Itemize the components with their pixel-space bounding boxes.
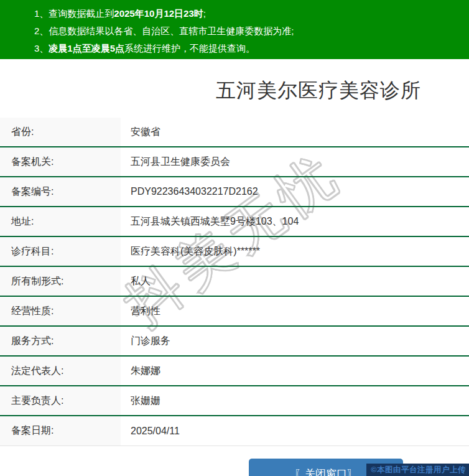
field-value: 营利性 [121, 297, 469, 325]
table-row: 备案机关:五河县卫生健康委员会 [0, 147, 469, 177]
field-value: 张姗姗 [121, 386, 469, 415]
field-label: 主要负责人: [0, 386, 121, 415]
field-label: 备案日期: [0, 416, 121, 446]
table-row: 省份:安徽省 [0, 118, 469, 147]
field-label: 服务方式: [0, 327, 121, 355]
field-value: 门诊服务 [121, 327, 469, 355]
field-value: 朱娜娜 [121, 357, 469, 385]
notice-banner: 1、查询数据截止到2025年10月12日23时; 2、信息数据结果以各省、自治区… [0, 0, 469, 59]
field-label: 地址: [0, 207, 121, 236]
record-detail-page: 1、查询数据截止到2025年10月12日23时; 2、信息数据结果以各省、自治区… [0, 0, 469, 476]
field-value: 医疗美容科(美容皮肤科)****** [121, 237, 469, 266]
table-row: 诊疗科目:医疗美容科(美容皮肤科)****** [0, 237, 469, 267]
field-label: 所有制形式: [0, 267, 121, 296]
field-label: 省份: [0, 118, 121, 146]
field-value: PDY92236434032217D2162 [121, 177, 469, 206]
notice-line-2: 2、信息数据结果以各省、自治区、直辖市卫生健康委数据为准; [34, 22, 463, 40]
table-row: 备案日期:2025/04/11 [0, 416, 469, 446]
field-value: 五河县卫生健康委员会 [121, 147, 469, 176]
page-title: 五河美尔医疗美容诊所 [216, 77, 421, 105]
field-value: 五河县城关镇西城美墅9号楼103、104 [121, 207, 469, 236]
notice-line-1: 1、查询数据截止到2025年10月12日23时; [34, 5, 463, 22]
field-label: 备案编号: [0, 177, 121, 206]
field-value: 私人 [121, 267, 469, 296]
field-label: 诊疗科目: [0, 237, 121, 266]
field-label: 经营性质: [0, 297, 121, 325]
table-row: 服务方式:门诊服务 [0, 327, 469, 357]
table-row: 地址:五河县城关镇西城美墅9号楼103、104 [0, 207, 469, 237]
table-row: 主要负责人:张姗姗 [0, 386, 469, 416]
uploader-badge: ©本图由平台注册用户上传 [366, 464, 469, 476]
table-row: 法定代表人:朱娜娜 [0, 357, 469, 386]
table-row: 备案编号:PDY92236434032217D2162 [0, 177, 469, 207]
table-row: 所有制形式:私人 [0, 267, 469, 297]
notice-line-3: 3、凌晨1点至凌晨5点系统进行维护，不能提供查询。 [34, 40, 463, 57]
field-value: 2025/04/11 [121, 416, 469, 446]
info-table: 省份:安徽省备案机关:五河县卫生健康委员会备案编号:PDY92236434032… [0, 118, 469, 446]
field-label: 法定代表人: [0, 357, 121, 385]
table-row: 经营性质:营利性 [0, 297, 469, 327]
field-value: 安徽省 [121, 118, 469, 146]
field-label: 备案机关: [0, 147, 121, 176]
